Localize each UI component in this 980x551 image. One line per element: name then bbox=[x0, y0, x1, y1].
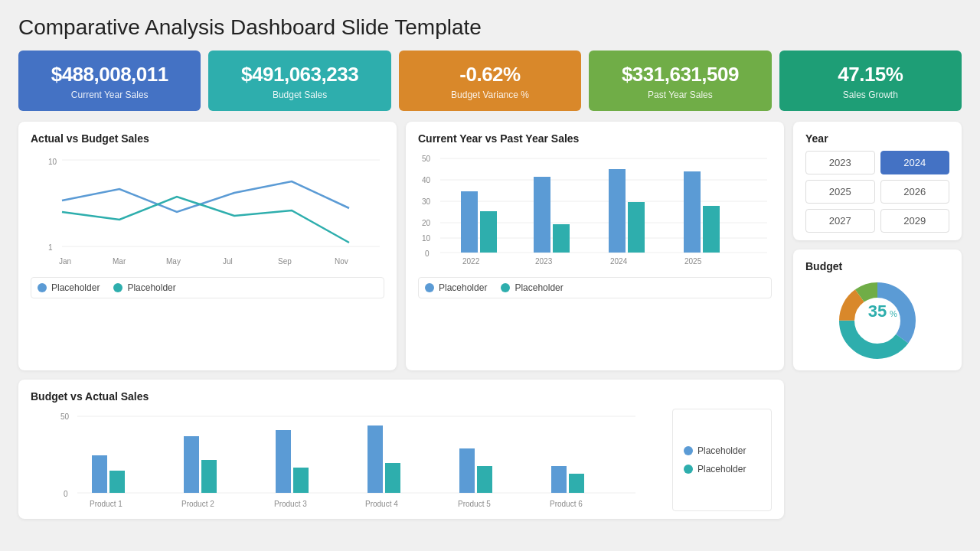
current-vs-past-title: Current Year vs Past Year Sales bbox=[418, 132, 772, 145]
bva-p1-bar2 bbox=[109, 471, 125, 493]
cvp-legend-item-1: Placeholder bbox=[425, 282, 487, 293]
svg-text:2025: 2025 bbox=[684, 257, 702, 266]
bar-2023-1 bbox=[534, 177, 550, 253]
svg-text:0: 0 bbox=[425, 249, 430, 258]
donut-container: 35 % bbox=[805, 279, 949, 363]
bar-2023-2 bbox=[553, 224, 570, 253]
budget-vs-actual-content: 50 0 bbox=[31, 409, 772, 511]
budget-vs-actual-title: Budget vs Actual Sales bbox=[31, 390, 772, 403]
legend-label-1: Placeholder bbox=[51, 282, 100, 293]
svg-text:40: 40 bbox=[422, 176, 431, 184]
bva-p6-bar2 bbox=[569, 474, 584, 493]
bar-2025-1 bbox=[684, 171, 701, 253]
donut-center-value: 35 bbox=[868, 302, 887, 321]
svg-text:Product 6: Product 6 bbox=[550, 500, 583, 508]
bva-legend-dot-1 bbox=[684, 446, 693, 455]
actual-vs-budget-legend: Placeholder Placeholder bbox=[31, 277, 384, 298]
year-btn-2029[interactable]: 2029 bbox=[880, 209, 950, 233]
actual-vs-budget-title: Actual vs Budget Sales bbox=[31, 132, 384, 145]
bva-legend-item-1: Placeholder bbox=[684, 445, 760, 456]
svg-text:50: 50 bbox=[422, 155, 431, 163]
svg-text:20: 20 bbox=[422, 219, 431, 227]
budget-vs-actual-chart: 50 0 bbox=[31, 409, 666, 511]
kpi-past-year: $331,631,509 Past Year Sales bbox=[589, 51, 771, 111]
bva-p2-bar1 bbox=[184, 436, 199, 493]
legend-dot-1 bbox=[38, 283, 47, 292]
kpi-sales-growth: 47.15% Sales Growth bbox=[779, 51, 962, 111]
right-column: Year 2023 2024 2025 2026 2027 2029 Budge… bbox=[793, 122, 962, 370]
year-btn-2023[interactable]: 2023 bbox=[805, 151, 875, 174]
svg-text:2022: 2022 bbox=[462, 257, 480, 266]
bva-p3-bar1 bbox=[276, 430, 291, 493]
year-btn-2025[interactable]: 2025 bbox=[805, 180, 875, 204]
kpi-current-year-value: $488,008,011 bbox=[51, 63, 168, 86]
bva-p1-bar1 bbox=[92, 455, 107, 493]
bva-p6-bar1 bbox=[551, 466, 567, 493]
bar-2022-2 bbox=[480, 211, 497, 253]
bva-p2-bar2 bbox=[201, 460, 217, 493]
kpi-row: $488,008,011 Current Year Sales $491,063… bbox=[18, 51, 962, 111]
cvp-legend-label-2: Placeholder bbox=[514, 282, 563, 293]
svg-text:Product 4: Product 4 bbox=[365, 500, 398, 508]
year-btn-2027[interactable]: 2027 bbox=[805, 209, 875, 233]
kpi-budget-variance: -0.62% Budget Variance % bbox=[399, 51, 581, 111]
bva-legend: Placeholder Placeholder bbox=[672, 409, 772, 511]
donut-chart: 35 % bbox=[831, 275, 923, 367]
kpi-budget-variance-value: -0.62% bbox=[459, 63, 520, 86]
year-grid: 2023 2024 2025 2026 2027 2029 bbox=[805, 151, 949, 233]
kpi-current-year-label: Current Year Sales bbox=[71, 90, 149, 100]
kpi-budget-variance-label: Budget Variance % bbox=[451, 90, 529, 100]
legend-item-1: Placeholder bbox=[38, 282, 100, 293]
bva-p3-bar2 bbox=[293, 468, 309, 493]
actual-vs-budget-chart: 10 1 Jan Mar May Jul Sep Nov bbox=[31, 151, 384, 272]
year-selector-title: Year bbox=[805, 132, 949, 145]
current-vs-past-legend: Placeholder Placeholder bbox=[418, 277, 772, 298]
bar-2024-1 bbox=[609, 169, 626, 253]
x-may: May bbox=[166, 257, 181, 266]
svg-text:10: 10 bbox=[422, 234, 431, 243]
x-jan: Jan bbox=[59, 257, 71, 266]
legend-item-2: Placeholder bbox=[113, 282, 175, 293]
svg-text:50: 50 bbox=[60, 412, 70, 421]
legend-dot-2 bbox=[113, 283, 122, 292]
kpi-current-year: $488,008,011 Current Year Sales bbox=[18, 51, 201, 111]
year-btn-2024[interactable]: 2024 bbox=[880, 151, 950, 174]
donut-center-suffix: % bbox=[890, 309, 897, 318]
x-mar: Mar bbox=[113, 257, 126, 266]
y-axis-label-1: 1 bbox=[48, 243, 53, 252]
bva-legend-label-2: Placeholder bbox=[697, 464, 746, 474]
bva-legend-dot-2 bbox=[684, 465, 693, 474]
bar-2025-2 bbox=[703, 206, 720, 253]
page-title: Comparative Analysis Dashboard Slide Tem… bbox=[18, 15, 962, 40]
bva-p4-bar2 bbox=[385, 463, 400, 493]
x-jul: Jul bbox=[223, 257, 233, 266]
current-vs-past-chart: 50 40 30 20 10 0 bbox=[418, 151, 772, 272]
budget-card: Budget 35 bbox=[793, 249, 962, 370]
kpi-budget-sales: $491,063,233 Budget Sales bbox=[208, 51, 390, 111]
cvp-legend-label-1: Placeholder bbox=[439, 282, 487, 293]
bva-p5-bar2 bbox=[477, 466, 492, 493]
budget-title: Budget bbox=[805, 260, 949, 272]
bar-2024-2 bbox=[628, 202, 645, 253]
svg-text:0: 0 bbox=[64, 490, 68, 498]
x-nov: Nov bbox=[335, 257, 348, 266]
kpi-sales-growth-value: 47.15% bbox=[838, 63, 903, 86]
budget-vs-actual-card: Budget vs Actual Sales 50 0 bbox=[18, 380, 784, 519]
bva-p4-bar1 bbox=[368, 425, 383, 493]
legend-label-2: Placeholder bbox=[127, 282, 175, 293]
bar-2022-1 bbox=[461, 191, 478, 253]
kpi-past-year-value: $331,631,509 bbox=[622, 63, 739, 86]
x-sep: Sep bbox=[278, 257, 292, 266]
kpi-sales-growth-label: Sales Growth bbox=[843, 90, 898, 100]
cvp-legend-dot-2 bbox=[501, 283, 510, 292]
cvp-legend-dot-1 bbox=[425, 283, 434, 292]
svg-text:Product 1: Product 1 bbox=[90, 500, 122, 508]
bva-legend-label-1: Placeholder bbox=[697, 445, 746, 456]
year-btn-2026[interactable]: 2026 bbox=[880, 180, 950, 204]
svg-text:2023: 2023 bbox=[535, 257, 553, 266]
kpi-past-year-label: Past Year Sales bbox=[648, 90, 713, 100]
svg-text:Product 2: Product 2 bbox=[181, 500, 214, 508]
kpi-budget-sales-label: Budget Sales bbox=[273, 90, 327, 100]
svg-text:30: 30 bbox=[422, 197, 431, 206]
kpi-budget-sales-value: $491,063,233 bbox=[241, 63, 358, 86]
